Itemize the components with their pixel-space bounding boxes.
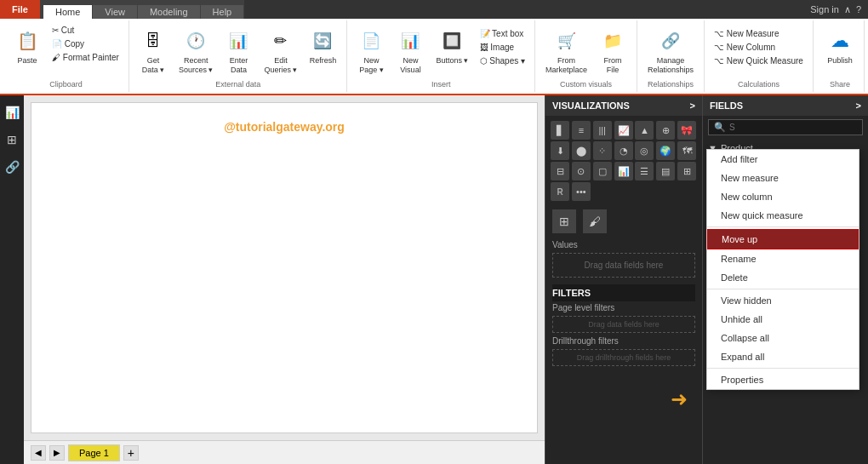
viz-map-icon[interactable]: 🌍 (656, 141, 675, 160)
sidebar-icon-data[interactable]: ⊞ (2, 129, 22, 150)
shapes-label: ⬡ Shapes ▾ (480, 56, 525, 66)
publish-button[interactable]: ☁ Publish (821, 24, 859, 69)
viz-matrix-icon[interactable]: ⊞ (677, 162, 696, 180)
context-menu-move-up[interactable]: Move up (707, 229, 859, 249)
sidebar-icon-model[interactable]: 🔗 (2, 157, 22, 177)
tab-home[interactable]: Home (43, 5, 92, 19)
get-data-button[interactable]: 🗄 GetData ▾ (134, 24, 172, 78)
context-menu-add-filter[interactable]: Add filter (707, 150, 859, 169)
edit-queries-button[interactable]: ✏ EditQueries ▾ (259, 24, 302, 78)
file-button[interactable]: File (0, 0, 40, 19)
viz-drop-values[interactable]: Drag data fields here (552, 253, 695, 278)
fields-expand-arrow[interactable]: > (856, 100, 861, 111)
new-page-button[interactable]: 📄 NewPage ▾ (352, 24, 390, 78)
viz-map2-icon[interactable]: 🗺 (677, 141, 696, 160)
context-menu-view-hidden[interactable]: View hidden (707, 291, 859, 310)
help-icon[interactable]: ? (856, 4, 861, 14)
enter-data-button[interactable]: 📊 EnterData (220, 24, 257, 78)
context-menu-collapse-all[interactable]: Collapse all (707, 329, 859, 347)
fields-search-input[interactable] (729, 123, 857, 132)
from-file-label: FromFile (604, 56, 622, 75)
refresh-button[interactable]: 🔄 Refresh (304, 24, 341, 69)
share-group-label: Share (830, 78, 850, 89)
fields-search-bar[interactable]: 🔍 (708, 119, 863, 135)
viz-r-icon[interactable]: R (551, 182, 569, 201)
viz-tool-fields[interactable]: ⊞ (552, 209, 576, 233)
viz-stacked-bar-icon[interactable]: ≡ (572, 121, 591, 140)
manage-relationships-button[interactable]: 🔗 ManageRelationships (642, 24, 699, 78)
text-box-button[interactable]: 📝 Text box (476, 27, 529, 40)
viz-ribbon-icon[interactable]: 🎀 (677, 121, 696, 140)
from-marketplace-button[interactable]: 🛒 FromMarketplace (540, 24, 592, 78)
viz-funnel-icon[interactable]: ⬤ (572, 141, 591, 160)
filter-drop-area[interactable]: Drag data fields here (552, 316, 695, 333)
viz-combo-icon[interactable]: ⊕ (656, 121, 675, 140)
viz-slicer-icon[interactable]: ☰ (635, 162, 654, 180)
sign-in-area: Sign in ∧ ? (810, 4, 868, 15)
context-menu-unhide-all[interactable]: Unhide all (707, 310, 859, 329)
viz-waterfall-icon[interactable]: ⬇ (551, 141, 569, 160)
viz-area-icon[interactable]: ▲ (635, 121, 654, 140)
context-menu-new-measure[interactable]: New measure (707, 169, 859, 187)
new-column-button[interactable]: ⌥ New Column (710, 41, 808, 54)
viz-gauge-icon[interactable]: ⊙ (572, 162, 591, 180)
viz-line-icon[interactable]: 📈 (614, 121, 633, 140)
drillthrough-drop-area[interactable]: Drag drillthrough fields here (552, 349, 695, 366)
search-icon: 🔍 (714, 122, 726, 133)
sidebar-icon-report[interactable]: 📊 (2, 102, 22, 123)
context-menu-new-column[interactable]: New column (707, 187, 859, 206)
context-menu-rename[interactable]: Rename (707, 249, 859, 268)
cut-button[interactable]: ✂ Cut (48, 24, 123, 37)
buttons-icon: 🔲 (438, 27, 465, 54)
paste-button[interactable]: 📋 Paste (9, 24, 46, 69)
viz-scatter-icon[interactable]: ⁘ (593, 141, 612, 160)
bottom-bar: ◀ ▶ Page 1 + (24, 440, 545, 464)
tab-view[interactable]: View (93, 5, 137, 19)
main-layout: 📊 ⊞ 🔗 @tutorialgateway.org ◀ ▶ Page 1 + … (0, 95, 868, 464)
fields-panel-title: FIELDS (710, 100, 743, 111)
viz-bar-icon[interactable]: ▋ (551, 121, 569, 140)
format-painter-button[interactable]: 🖌 Format Painter (48, 51, 123, 64)
tab-help[interactable]: Help (201, 5, 244, 19)
get-data-icon: 🗄 (140, 27, 167, 54)
add-page-button[interactable]: + (123, 445, 139, 461)
viz-expand-arrow[interactable]: > (690, 100, 695, 111)
context-menu: Add filter New measure New column New qu… (706, 149, 859, 390)
prev-page-button[interactable]: ◀ (31, 445, 46, 461)
enter-data-icon: 📊 (225, 27, 252, 54)
viz-card-icon[interactable]: ▢ (593, 162, 612, 180)
viz-kpi-icon[interactable]: 📊 (614, 162, 633, 180)
page-1-tab[interactable]: Page 1 (68, 444, 120, 461)
relationships-group-label: Relationships (648, 78, 694, 89)
copy-button[interactable]: 📄 Copy (48, 37, 123, 50)
next-page-button[interactable]: ▶ (49, 445, 65, 461)
viz-clustered-icon[interactable]: ||| (593, 121, 612, 140)
new-visual-icon: 📊 (397, 27, 424, 54)
buttons-button[interactable]: 🔲 Buttons ▾ (431, 24, 473, 69)
context-menu-delete[interactable]: Delete (707, 268, 859, 287)
sign-in-link[interactable]: Sign in (810, 4, 839, 14)
from-file-button[interactable]: 📁 FromFile (594, 24, 631, 78)
recent-sources-icon: 🕐 (182, 27, 209, 54)
recent-sources-button[interactable]: 🕐 RecentSources ▾ (174, 24, 219, 78)
clipboard-group: 📋 Paste ✂ Cut 📄 Copy 🖌 Format Painter Cl… (3, 20, 129, 92)
context-menu-expand-all[interactable]: Expand all (707, 347, 859, 366)
viz-pie-icon[interactable]: ◔ (614, 141, 633, 160)
viz-table-icon[interactable]: ▤ (656, 162, 675, 180)
new-quick-measure-button[interactable]: ⌥ New Quick Measure (710, 54, 808, 67)
new-visual-button[interactable]: 📊 NewVisual (391, 24, 429, 78)
viz-treemap-icon[interactable]: ⊟ (551, 162, 569, 180)
get-data-label: GetData ▾ (142, 56, 165, 75)
context-menu-properties[interactable]: Properties (707, 370, 859, 389)
viz-donut-icon[interactable]: ◎ (635, 141, 654, 160)
tab-modeling[interactable]: Modeling (138, 5, 200, 19)
new-measure-button[interactable]: ⌥ New Measure (710, 27, 808, 40)
image-button[interactable]: 🖼 Image (476, 41, 529, 54)
shapes-button[interactable]: ⬡ Shapes ▾ (476, 54, 529, 67)
recent-sources-label: RecentSources ▾ (179, 56, 214, 75)
viz-icon-grid: ▋ ≡ ||| 📈 ▲ ⊕ 🎀 ⬇ ⬤ ⁘ ◔ ◎ 🌍 🗺 ⊟ ⊙ ▢ 📊 ☰ … (545, 116, 702, 206)
context-menu-new-quick-measure[interactable]: New quick measure (707, 206, 859, 225)
viz-tool-format[interactable]: 🖌 (583, 209, 607, 233)
clipboard-group-label: Clipboard (49, 78, 83, 89)
viz-more-icon[interactable]: ••• (572, 182, 591, 201)
